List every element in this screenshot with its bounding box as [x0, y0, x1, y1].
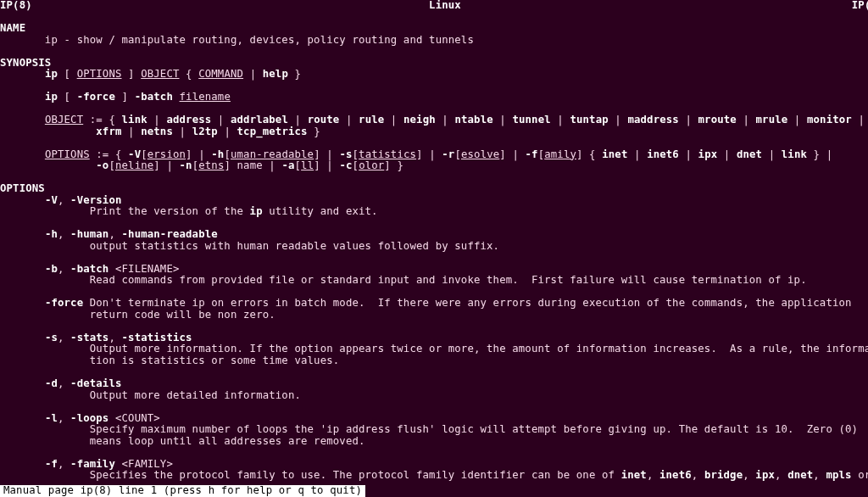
header-center: Linux — [429, 0, 461, 11]
header-right: IP(8) — [852, 0, 868, 11]
section-name: NAME — [0, 22, 25, 34]
section-options: OPTIONS — [0, 182, 45, 194]
section-synopsis: SYNOPSIS — [0, 57, 51, 69]
name-body: ip - show / manipulate routing, devices,… — [0, 34, 474, 46]
header-left: IP(8) — [0, 0, 32, 11]
man-page-content[interactable]: IP(8) Linux IP(8) NAME ip - show / manip… — [0, 0, 868, 482]
pager-status-line[interactable]: Manual page ip(8) line 1 (press h for he… — [0, 485, 365, 497]
